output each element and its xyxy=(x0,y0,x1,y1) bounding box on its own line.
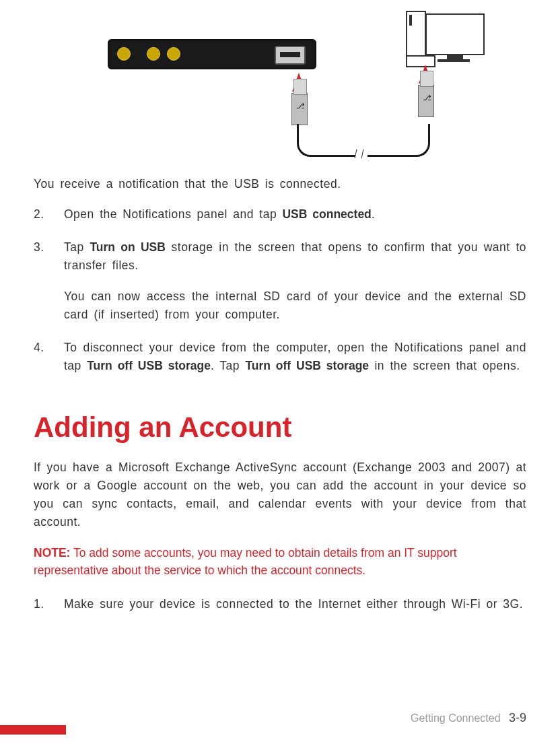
step-number: 3. xyxy=(34,238,64,336)
monitor-icon xyxy=(425,13,485,55)
handheld-device xyxy=(108,39,316,69)
page: ⎇ ⎇ You receive a notification that the … xyxy=(0,0,560,748)
section-intro: If you have a Microsoft Exchange ActiveS… xyxy=(34,458,526,532)
note-text: To add some accounts, you may need to ob… xyxy=(34,546,457,577)
usb-port-icon xyxy=(275,46,306,65)
page-footer: Getting Connected 3-9 xyxy=(411,711,526,725)
usb-connection-diagram: ⎇ ⎇ xyxy=(108,7,485,162)
note-label: NOTE: xyxy=(34,546,70,559)
step-text: Open the Notifications panel and tap USB… xyxy=(64,205,526,224)
step-2: 2. Open the Notifications panel and tap … xyxy=(34,205,526,236)
usb-plug-b: ⎇ xyxy=(418,85,434,117)
step-text: To disconnect your device from the compu… xyxy=(64,339,526,375)
account-step-1: 1. Make sure your device is connected to… xyxy=(34,595,526,625)
usb-plug-a: ⎇ xyxy=(291,93,308,125)
footer-accent xyxy=(0,725,66,735)
pc-tower-icon xyxy=(406,11,426,61)
step-text: Tap Turn on USB storage in the screen th… xyxy=(64,238,526,275)
section-heading: Adding an Account xyxy=(34,411,526,444)
step1-continuation: You receive a notification that the USB … xyxy=(34,175,526,193)
step-3: 3. Tap Turn on USB storage in the screen… xyxy=(34,238,526,336)
step-4: 4. To disconnect your device from the co… xyxy=(34,339,526,387)
step-number: 2. xyxy=(34,205,64,236)
step-number: 4. xyxy=(34,339,64,387)
step-extra: You can now access the internal SD card … xyxy=(64,287,526,324)
step-text: Make sure your device is connected to th… xyxy=(64,595,526,613)
footer-page: 3-9 xyxy=(509,711,526,724)
step-number: 1. xyxy=(34,595,64,625)
footer-section: Getting Connected xyxy=(411,712,500,724)
note: NOTE: To add some accounts, you may need… xyxy=(34,544,526,580)
